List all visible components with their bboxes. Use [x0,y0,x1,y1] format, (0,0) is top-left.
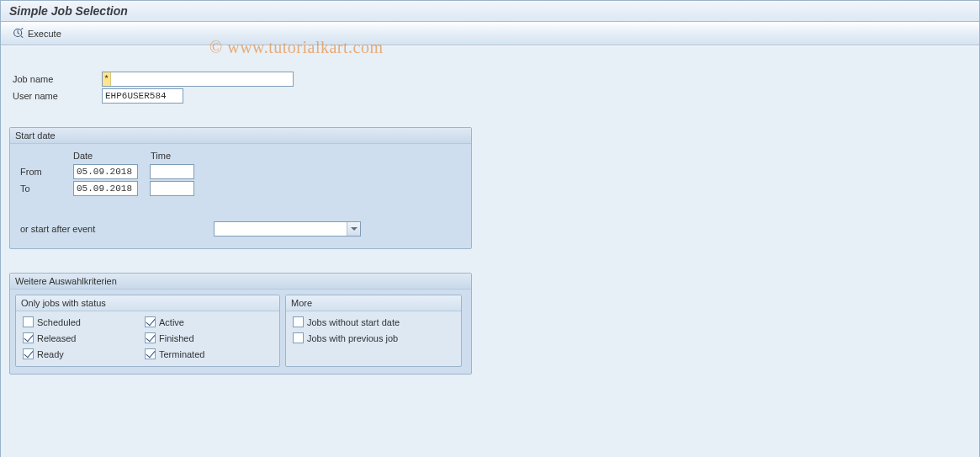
no-start-label: Jobs without start date [307,317,400,327]
finished-label: Finished [159,333,194,343]
to-time-input[interactable] [150,181,194,196]
execute-label: Execute [28,29,61,39]
finished-check-item[interactable]: Finished [145,332,267,343]
prev-job-check-item[interactable]: Jobs with previous job [293,332,454,343]
user-name-input[interactable] [102,88,183,104]
event-label: or start after event [19,224,214,234]
no-start-check-item[interactable]: Jobs without start date [293,316,454,327]
job-name-field[interactable]: * [102,72,294,87]
chevron-down-icon [347,222,360,236]
job-name-input[interactable] [111,72,293,86]
time-col-label: Time [151,151,171,161]
to-label: To [19,183,73,194]
further-criteria-title: Weitere Auswahlkriterien [10,274,471,290]
more-subgroup-title: More [286,295,461,311]
scheduled-check-item[interactable]: Scheduled [23,316,145,327]
clock-run-icon [13,27,24,40]
released-label: Released [37,333,76,343]
to-date-input[interactable] [73,181,138,196]
toolbar: Execute [1,22,979,45]
status-col-2: Active Finished Terminated [145,316,267,359]
status-subgroup: Only jobs with status Scheduled Rele [15,295,280,367]
content-area: Job name * User name Start date Date Tim… [1,45,979,457]
prev-job-label: Jobs with previous job [307,333,398,343]
prev-job-checkbox[interactable] [293,332,304,343]
from-label: From [19,167,73,177]
active-label: Active [159,317,184,327]
released-checkbox[interactable] [23,332,34,343]
window-frame: Simple Job Selection Execute © www.tutor… [0,0,980,457]
no-start-checkbox[interactable] [293,316,304,327]
start-date-body: Date Time From To or start after event [10,144,471,248]
execute-button[interactable]: Execute [9,26,65,41]
ready-check-item[interactable]: Ready [23,348,145,359]
active-check-item[interactable]: Active [145,316,267,327]
ready-label: Ready [37,349,64,359]
job-name-label: Job name [9,74,102,84]
status-subgroup-body: Scheduled Released Ready [16,311,279,366]
finished-checkbox[interactable] [145,332,156,343]
from-date-input[interactable] [73,164,138,179]
more-subgroup-body: Jobs without start date Jobs with previo… [286,311,461,350]
active-checkbox[interactable] [145,316,156,327]
user-name-row: User name [9,88,971,104]
further-criteria-group: Weitere Auswahlkriterien Only jobs with … [9,273,472,375]
to-row: To [19,181,463,196]
released-check-item[interactable]: Released [23,332,145,343]
start-date-title: Start date [10,128,471,144]
job-name-row: Job name * [9,72,971,87]
terminated-label: Terminated [159,349,204,359]
date-col-label: Date [73,151,151,161]
status-subgroup-title: Only jobs with status [16,295,279,311]
from-time-input[interactable] [150,164,194,179]
event-row: or start after event [19,221,463,236]
start-date-group: Start date Date Time From To [9,127,472,249]
terminated-check-item[interactable]: Terminated [145,348,267,359]
job-name-prefix: * [103,72,111,86]
status-columns: Scheduled Released Ready [23,316,273,359]
page-title: Simple Job Selection [9,4,128,18]
user-name-label: User name [9,91,102,101]
date-header-row: Date Time [19,151,463,161]
more-subgroup: More Jobs without start date Jobs with p… [285,295,462,367]
scheduled-checkbox[interactable] [23,316,34,327]
event-select[interactable] [214,221,361,236]
sub-groups-row: Only jobs with status Scheduled Rele [10,290,471,374]
ready-checkbox[interactable] [23,348,34,359]
scheduled-label: Scheduled [37,317,81,327]
from-row: From [19,164,463,179]
title-bar: Simple Job Selection [1,1,979,22]
status-col-1: Scheduled Released Ready [23,316,145,359]
terminated-checkbox[interactable] [145,348,156,359]
